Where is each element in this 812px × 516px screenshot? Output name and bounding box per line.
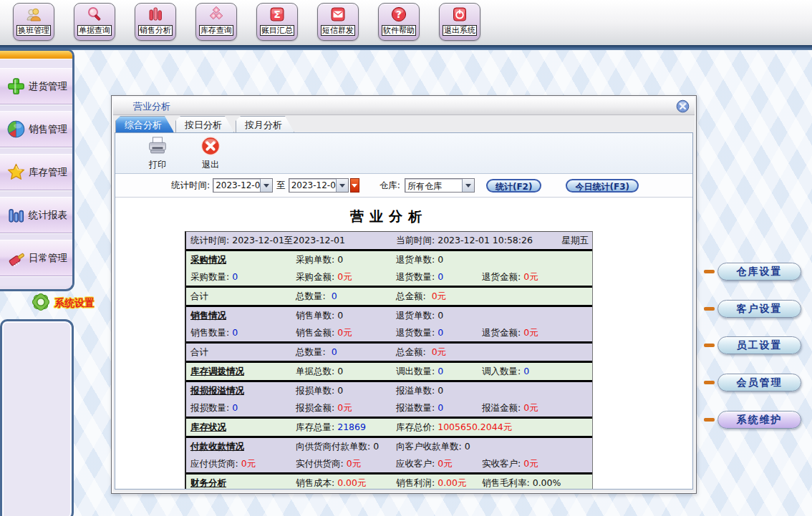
sidebar-item-3[interactable]: 统计报表 (0, 197, 72, 233)
report-text: 合计 (190, 346, 208, 357)
toolbar-button-gems[interactable]: 库存查询 (195, 3, 237, 41)
toolbar-button-bar-chart[interactable]: 销售分析 (135, 3, 176, 41)
toolbar-button-label: 单据查询 (77, 25, 112, 36)
report-cell: 总金额: 0元 (392, 344, 478, 361)
print-button[interactable]: 打印 (140, 135, 175, 171)
report-cell: 退货数量: 0 (392, 268, 478, 286)
report-text: 退货金额: (482, 271, 523, 282)
stat-button[interactable]: 统计(F2) (486, 179, 542, 193)
side-button-0[interactable]: 仓库设置 (717, 263, 801, 281)
side-button-4[interactable]: 系统维护 (717, 411, 801, 429)
side-button-dash (704, 418, 715, 422)
report-text: 退货单数: (396, 310, 438, 321)
report-text: 合计 (190, 291, 208, 301)
sidebar-item-system-settings[interactable]: 系统设置 (30, 291, 95, 316)
report-text: 退货单数: (396, 254, 438, 265)
warehouse-select[interactable]: 所有仓库 (405, 178, 475, 193)
report-text: 库存总量: (296, 422, 337, 432)
report-text: 总金额: (396, 291, 432, 301)
report-row: 采购数量: 0采购金额: 0元退货数量: 0退货金额: 0元 (186, 268, 592, 286)
sidebar-item-1[interactable]: 销售管理 (0, 111, 72, 147)
report-cell: 总数量: 0 (291, 288, 392, 305)
report-text: 0元 (337, 327, 352, 338)
side-button-3[interactable]: 会员管理 (717, 374, 801, 391)
today-stat-button[interactable]: 今日统计(F3) (566, 179, 639, 193)
report-text: 0 (465, 441, 470, 452)
report-cell: 销售情况 (186, 307, 291, 324)
question-icon: ? (390, 4, 407, 24)
report-text: 总金额: (396, 346, 432, 357)
report-text: 0 (232, 402, 238, 413)
report-cell: 库存调拨情况 (186, 363, 291, 380)
report-cell: 调出数量: 0 (392, 363, 478, 380)
tab-0[interactable]: 综合分析 (115, 116, 174, 132)
side-button-dash (704, 270, 715, 273)
toolbar-button-label: 账目汇总 (260, 25, 294, 36)
report-cell: 销售利润: 0.00元 (392, 474, 478, 489)
report-area: 营业分析 统计时间: 2023-12-01至2023-12-01当前时间: 20… (115, 199, 692, 489)
report-cell (478, 307, 592, 324)
report-row: 合计总数量: 0总金额: 0元 (186, 286, 592, 305)
print-label: 打印 (149, 160, 166, 170)
toolbar-button-label: 销售分析 (138, 25, 173, 36)
magnifier-icon (86, 4, 103, 24)
toolbar-button-label: 软件帮助 (382, 25, 416, 36)
sidebar-item-4[interactable]: 日常管理 (0, 240, 72, 276)
report-text: 报损报溢情况 (190, 385, 244, 396)
report-cell: 销售成本: 0.00元 (291, 474, 392, 489)
report-cell: 退货数量: 0 (392, 324, 478, 341)
exit-button[interactable]: 退出 (193, 135, 228, 171)
report-text: 付款收款情况 (190, 441, 244, 452)
report-text: 总数量: (296, 291, 332, 301)
sidebar-item-2[interactable]: 库存管理 (0, 154, 72, 190)
toolbar-button-envelope[interactable]: 短信群发 (317, 3, 359, 41)
report-text: 0 (232, 271, 238, 282)
report-text: 销售成本: (296, 477, 337, 488)
report-text: 0 (438, 271, 443, 282)
report-text: 向客户收款单数: (396, 441, 465, 452)
sidebar-item-label: 统计报表 (29, 209, 67, 222)
report-title: 营业分析 (185, 208, 593, 226)
date-to-select[interactable]: 2023-12-01 (289, 178, 349, 193)
sidebar-item-0[interactable]: 进货管理 (0, 68, 72, 104)
report-text: 库存状况 (190, 422, 226, 432)
report-cell: 库存总价: 1005650.2044元 (392, 419, 592, 436)
report-text: 销售利润: (396, 477, 438, 488)
report-text: 0元 (432, 291, 446, 301)
report-cell: 当前时间: 2023-12-01 10:58:26 (392, 232, 478, 249)
report-text: 0元 (432, 346, 446, 357)
toolbar-button-sigma[interactable]: Σ账目汇总 (256, 3, 298, 41)
close-icon[interactable] (676, 99, 690, 113)
side-button-1[interactable]: 客户设置 (717, 300, 801, 318)
side-button-2[interactable]: 员工设置 (717, 336, 801, 354)
report-cell: 退货单数: 0 (392, 307, 478, 324)
toolbar-button-power[interactable]: 退出系统 (439, 3, 480, 41)
report-cell (478, 251, 592, 268)
dialog-titlebar[interactable]: 营业分析 (113, 97, 695, 115)
tab-1[interactable]: 按日分析 (175, 116, 234, 132)
report-text: 退货数量: (396, 327, 438, 338)
date-from-value: 2023-12-01 (213, 179, 260, 192)
chevron-down-icon[interactable] (336, 179, 348, 192)
report-row: 销售数量: 0销售金额: 0元退货数量: 0退货金额: 0元 (186, 324, 592, 341)
report-row: 销售情况销售单数: 0退货单数: 0 (186, 305, 592, 324)
report-text: 报溢金额: (482, 402, 523, 413)
date-range-dropdown-button[interactable] (350, 178, 359, 193)
chevron-down-icon[interactable] (462, 179, 474, 192)
report-row: 报损数量: 0报损金额: 0元报溢数量: 0报溢金额: 0元 (186, 399, 592, 417)
date-from-select[interactable]: 2023-12-01 (213, 178, 273, 193)
report-text: 财务分析 (190, 477, 226, 488)
report-row: 报损报溢情况报损单数: 0报溢单数: 0 (186, 380, 592, 399)
toolbar-button-shift-people[interactable]: 换班管理 (13, 3, 54, 41)
report-cell: 应收客户: 0元 (392, 455, 478, 472)
toolbar-button-magnifier[interactable]: 单据查询 (74, 3, 115, 41)
side-button-dash (704, 307, 715, 311)
chevron-down-icon[interactable] (260, 179, 272, 192)
report-text: 应收客户: (396, 458, 438, 469)
report-text: 0元 (347, 458, 361, 469)
tab-2[interactable]: 按月分析 (236, 116, 294, 132)
report-cell: 退货金额: 0元 (478, 268, 592, 286)
toolbar-button-question[interactable]: ?软件帮助 (378, 3, 420, 41)
report-row: 财务分析销售成本: 0.00元销售利润: 0.00元销售毛利率: 0.00% (186, 472, 592, 489)
report-row: 统计时间: 2023-12-01至2023-12-01当前时间: 2023-12… (186, 232, 592, 249)
